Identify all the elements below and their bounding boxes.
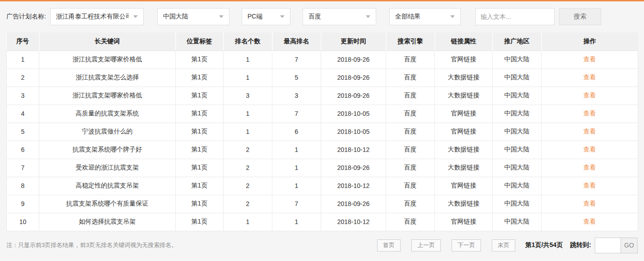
cell-action: 查看 [541, 50, 638, 69]
cell-updated: 2018-09-26 [321, 195, 386, 213]
view-link[interactable]: 查看 [583, 55, 596, 63]
cell-link-type: 大数据链接 [435, 69, 493, 87]
cell-seq: 6 [7, 141, 39, 159]
cell-region: 中国大陆 [493, 87, 541, 105]
cell-rank-count: 2 [224, 177, 272, 195]
cell-page-label: 第1页 [176, 123, 224, 141]
cell-best-rank: 7 [272, 105, 321, 123]
cell-action: 查看 [541, 123, 638, 141]
view-link[interactable]: 查看 [583, 73, 596, 81]
next-page-button[interactable]: 下一页 [452, 239, 481, 252]
search-button[interactable]: 搜索 [559, 8, 601, 25]
cell-rank-count: 2 [224, 141, 272, 159]
cell-seq: 9 [7, 195, 39, 213]
plan-name-label: 广告计划名称: [6, 13, 46, 21]
cell-keyword: 浙江抗震支架哪家价格低 [39, 50, 176, 69]
cell-rank-count: 3 [224, 87, 272, 105]
col-header-updated: 更新时间 [321, 32, 386, 50]
view-link[interactable]: 查看 [583, 218, 596, 225]
prev-page-button[interactable]: 上一页 [411, 239, 441, 252]
cell-best-rank: 1 [272, 213, 321, 231]
view-link[interactable]: 查看 [583, 182, 596, 189]
cell-page-label: 第1页 [176, 195, 224, 213]
cell-page-label: 第1页 [176, 69, 224, 87]
cell-action: 查看 [541, 177, 638, 195]
cell-seq: 1 [7, 50, 39, 69]
result-filter-select-value: 全部结果 [395, 13, 420, 21]
first-page-button[interactable]: 首页 [377, 239, 401, 252]
cell-engine: 百度 [386, 87, 435, 105]
cell-keyword: 如何选择抗震支吊架 [39, 213, 176, 231]
cell-seq: 8 [7, 177, 39, 195]
footer-note: 注：只显示前3页排名结果，前3页无排名关键词视为无搜索排名。 [6, 241, 177, 249]
go-button[interactable]: GO [621, 238, 637, 253]
search-input[interactable] [476, 8, 555, 25]
col-header-rank-count: 排名个数 [224, 32, 272, 50]
view-link[interactable]: 查看 [583, 128, 596, 135]
view-link[interactable]: 查看 [583, 164, 596, 171]
cell-seq: 4 [7, 105, 39, 123]
cell-region: 中国大陆 [493, 141, 541, 159]
search-engine-select[interactable]: 百度 [303, 8, 376, 25]
cell-engine: 百度 [386, 50, 435, 69]
cell-rank-count: 1 [224, 50, 272, 69]
cell-updated: 2018-09-26 [321, 87, 386, 105]
table-row: 7 受欢迎的浙江抗震支架 第1页 2 1 2018-09-26 百度 大数据链接… [7, 159, 638, 177]
cell-keyword: 抗震支架系统哪个牌子好 [39, 141, 176, 159]
cell-link-type: 大数据链接 [435, 159, 493, 177]
col-header-seq: 序号 [7, 32, 39, 50]
cell-region: 中国大陆 [493, 159, 541, 177]
cell-link-type: 官网链接 [435, 177, 493, 195]
table-row: 8 高稳定性的抗震支吊架 第1页 2 1 2018-10-12 百度 官网链接 … [7, 177, 638, 195]
cell-page-label: 第1页 [176, 141, 224, 159]
chevron-down-icon [366, 15, 370, 18]
device-select[interactable]: PC端 [242, 8, 290, 25]
col-header-keyword: 长关键词 [39, 32, 176, 50]
chevron-down-icon [450, 15, 455, 18]
table-row: 4 高质量的抗震支架系统 第1页 1 7 2018-10-05 百度 官网链接 … [7, 105, 638, 123]
cell-keyword: 浙江抗震支架怎么选择 [39, 69, 176, 87]
pagination: 首页 上一页 下一页 末页 第1页/共54页 跳转到: GO [377, 238, 638, 253]
cell-keyword: 高质量的抗震支架系统 [39, 105, 176, 123]
cell-updated: 2018-09-26 [321, 50, 386, 69]
last-page-button[interactable]: 末页 [492, 239, 515, 252]
page-info: 第1页/共54页 [525, 241, 563, 249]
ranking-table-wrap: 序号 长关键词 位置标签 排名个数 最高排名 更新时间 搜索引擎 链接属性 推广… [6, 32, 638, 231]
view-link[interactable]: 查看 [583, 146, 596, 153]
ranking-table: 序号 长关键词 位置标签 排名个数 最高排名 更新时间 搜索引擎 链接属性 推广… [6, 32, 638, 231]
cell-engine: 百度 [386, 159, 435, 177]
cell-action: 查看 [541, 87, 638, 105]
jump-to-label: 跳转到: [570, 241, 591, 249]
cell-best-rank: 1 [272, 177, 321, 195]
cell-rank-count: 1 [224, 105, 272, 123]
cell-updated: 2018-10-12 [321, 141, 386, 159]
view-link[interactable]: 查看 [583, 200, 596, 207]
chevron-down-icon [133, 15, 138, 18]
view-link[interactable]: 查看 [583, 110, 596, 117]
plan-select-value: 浙江甬泰工程技术有限公司 [56, 13, 129, 21]
plan-select[interactable]: 浙江甬泰工程技术有限公司 [50, 8, 144, 25]
cell-region: 中国大陆 [493, 105, 541, 123]
view-link[interactable]: 查看 [583, 92, 596, 99]
result-filter-select[interactable]: 全部结果 [389, 8, 461, 25]
cell-engine: 百度 [386, 141, 435, 159]
cell-keyword: 浙江抗震支架哪家价格低 [39, 87, 176, 105]
cell-engine: 百度 [386, 195, 435, 213]
cell-region: 中国大陆 [493, 195, 541, 213]
cell-updated: 2018-10-05 [321, 105, 386, 123]
cell-action: 查看 [541, 105, 638, 123]
cell-link-type: 大数据链接 [435, 141, 493, 159]
cell-page-label: 第1页 [176, 177, 224, 195]
cell-keyword: 受欢迎的浙江抗震支架 [39, 159, 176, 177]
cell-seq: 7 [7, 159, 39, 177]
jump-page-input[interactable] [595, 238, 621, 253]
cell-region: 中国大陆 [493, 69, 541, 87]
cell-page-label: 第1页 [176, 87, 224, 105]
cell-region: 中国大陆 [493, 177, 541, 195]
cell-seq: 2 [7, 69, 39, 87]
cell-link-type: 官网链接 [435, 123, 493, 141]
cell-link-type: 官网链接 [435, 105, 493, 123]
cell-region: 中国大陆 [493, 50, 541, 69]
region-select[interactable]: 中国大陆 [157, 8, 229, 25]
cell-page-label: 第1页 [176, 159, 224, 177]
